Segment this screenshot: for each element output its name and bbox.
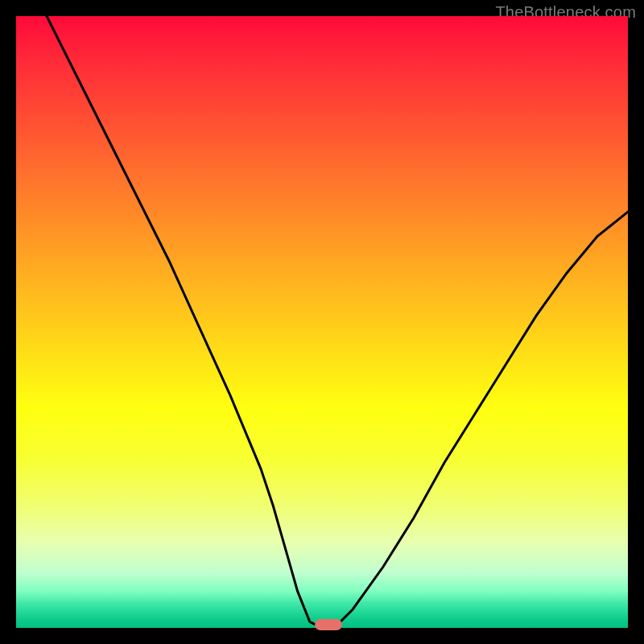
optimum-marker <box>315 619 342 630</box>
plot-area <box>16 16 628 628</box>
bottleneck-curve <box>47 16 628 628</box>
chart-container: TheBottleneck.com <box>0 0 644 644</box>
curve-svg <box>16 16 628 628</box>
